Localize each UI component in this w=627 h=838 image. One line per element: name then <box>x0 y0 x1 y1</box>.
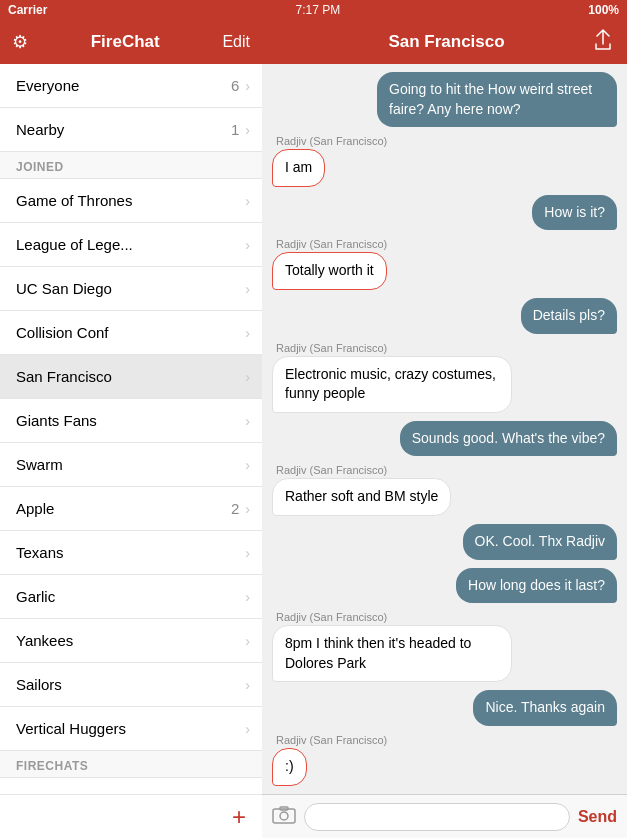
chevron-icon: › <box>245 677 250 693</box>
chevron-icon: › <box>245 122 250 138</box>
sidebar-title: FireChat <box>91 32 160 52</box>
sidebar-item-label: Yankees <box>16 632 245 649</box>
sidebar-item-swarm[interactable]: Swarm › <box>0 443 262 487</box>
sidebar-item-label: Everyone <box>16 77 231 94</box>
time: 7:17 PM <box>295 3 340 17</box>
sidebar-header: ⚙ FireChat Edit <box>0 20 262 64</box>
carrier: Carrier <box>8 3 47 17</box>
message-row: Radjiv (San Francisco) Electronic music,… <box>272 342 617 413</box>
chevron-icon: › <box>245 193 250 209</box>
chevron-icon: › <box>245 501 250 517</box>
section-firechats: FIRECHATS <box>0 751 262 778</box>
sidebar-item-label: Game of Thrones <box>16 192 245 209</box>
message-row: Details pls? <box>272 298 617 334</box>
chat-title: San Francisco <box>388 32 504 52</box>
message-bubble: Electronic music, crazy costumes, funny … <box>272 356 512 413</box>
chevron-icon: › <box>245 633 250 649</box>
sidebar-item-giants-fans[interactable]: Giants Fans › <box>0 399 262 443</box>
message-row: Radjiv (San Francisco) I am <box>272 135 617 187</box>
message-sender: Radjiv (San Francisco) <box>272 342 391 354</box>
sidebar-item-label: Collision Conf <box>16 324 245 341</box>
message-bubble: Nice. Thanks again <box>473 690 617 726</box>
sidebar-item-nearby[interactable]: Nearby 1 › <box>0 108 262 152</box>
sidebar-item-league[interactable]: League of Lege... › <box>0 223 262 267</box>
message-bubble: 8pm I think then it's headed to Dolores … <box>272 625 512 682</box>
message-bubble: Totally worth it <box>272 252 387 290</box>
message-bubble: Rather soft and BM style <box>272 478 451 516</box>
message-bubble: Details pls? <box>521 298 617 334</box>
add-icon[interactable]: + <box>232 803 246 831</box>
chevron-icon: › <box>245 413 250 429</box>
send-button[interactable]: Send <box>578 808 617 826</box>
chat-header: San Francisco <box>262 20 627 64</box>
sidebar-item-label: Apple <box>16 500 231 517</box>
sidebar-item-label: San Francisco <box>16 368 245 385</box>
camera-icon[interactable] <box>272 804 296 830</box>
sidebar-item-san-francisco[interactable]: San Francisco › <box>0 355 262 399</box>
svg-rect-0 <box>273 809 295 823</box>
chevron-icon: › <box>245 721 250 737</box>
sidebar-footer: + <box>0 794 262 838</box>
section-joined: JOINED <box>0 152 262 179</box>
chevron-icon: › <box>245 545 250 561</box>
app-container: ⚙ FireChat Edit Everyone 6 › Nearby 1 › … <box>0 20 627 838</box>
svg-point-1 <box>280 812 288 820</box>
sidebar-content: Everyone 6 › Nearby 1 › JOINED Game of T… <box>0 64 262 794</box>
sidebar-item-label: Swarm <box>16 456 245 473</box>
message-bubble: I am <box>272 149 325 187</box>
chevron-icon: › <box>245 281 250 297</box>
sidebar-item-collision-conf[interactable]: Collision Conf › <box>0 311 262 355</box>
message-row: How long does it last? <box>272 568 617 604</box>
sidebar-item-open-garden[interactable]: Open Garden Join <box>0 778 262 794</box>
message-sender: Radjiv (San Francisco) <box>272 611 391 623</box>
chevron-icon: › <box>245 589 250 605</box>
sidebar-item-apple[interactable]: Apple 2 › <box>0 487 262 531</box>
chevron-icon: › <box>245 369 250 385</box>
sidebar-item-sailors[interactable]: Sailors › <box>0 663 262 707</box>
chat-messages: Going to hit the How weird street faire?… <box>262 64 627 794</box>
message-bubble: How is it? <box>532 195 617 231</box>
chevron-icon: › <box>245 78 250 94</box>
edit-button[interactable]: Edit <box>222 33 250 51</box>
sidebar-item-everyone[interactable]: Everyone 6 › <box>0 64 262 108</box>
battery: 100% <box>588 3 619 17</box>
sidebar-item-vertical-huggers[interactable]: Vertical Huggers › <box>0 707 262 751</box>
sidebar-item-label: Texans <box>16 544 245 561</box>
sidebar-item-count: 6 <box>231 77 239 94</box>
message-sender: Radjiv (San Francisco) <box>272 464 391 476</box>
share-icon[interactable] <box>593 29 613 56</box>
message-bubble: Sounds good. What's the vibe? <box>400 421 617 457</box>
gear-icon[interactable]: ⚙ <box>12 31 28 53</box>
sidebar-item-label: Garlic <box>16 588 245 605</box>
chevron-icon: › <box>245 325 250 341</box>
message-sender: Radjiv (San Francisco) <box>272 135 391 147</box>
message-bubble: :) <box>272 748 307 786</box>
message-row: Radjiv (San Francisco) :) <box>272 734 617 786</box>
sidebar-item-garlic[interactable]: Garlic › <box>0 575 262 619</box>
message-row: Nice. Thanks again <box>272 690 617 726</box>
message-bubble: OK. Cool. Thx Radjiv <box>463 524 617 560</box>
sidebar: ⚙ FireChat Edit Everyone 6 › Nearby 1 › … <box>0 20 262 838</box>
sidebar-item-texans[interactable]: Texans › <box>0 531 262 575</box>
message-bubble: How long does it last? <box>456 568 617 604</box>
sidebar-item-game-of-thrones[interactable]: Game of Thrones › <box>0 179 262 223</box>
message-row: Radjiv (San Francisco) Totally worth it <box>272 238 617 290</box>
chevron-icon: › <box>245 457 250 473</box>
sidebar-item-yankees[interactable]: Yankees › <box>0 619 262 663</box>
message-row: Going to hit the How weird street faire?… <box>272 72 617 127</box>
sidebar-item-label: Sailors <box>16 676 245 693</box>
sidebar-item-count: 2 <box>231 500 239 517</box>
chat-input-bar: Send <box>262 794 627 838</box>
chat-panel: San Francisco Going to hit the How weird… <box>262 20 627 838</box>
message-bubble: Going to hit the How weird street faire?… <box>377 72 617 127</box>
sidebar-item-label: Nearby <box>16 121 231 138</box>
sidebar-item-label: UC San Diego <box>16 280 245 297</box>
message-input[interactable] <box>304 803 570 831</box>
sidebar-item-count: 1 <box>231 121 239 138</box>
sidebar-item-uc-san-diego[interactable]: UC San Diego › <box>0 267 262 311</box>
message-row: Radjiv (San Francisco) 8pm I think then … <box>272 611 617 682</box>
message-row: Sounds good. What's the vibe? <box>272 421 617 457</box>
message-row: OK. Cool. Thx Radjiv <box>272 524 617 560</box>
sidebar-item-label: Giants Fans <box>16 412 245 429</box>
message-row: How is it? <box>272 195 617 231</box>
